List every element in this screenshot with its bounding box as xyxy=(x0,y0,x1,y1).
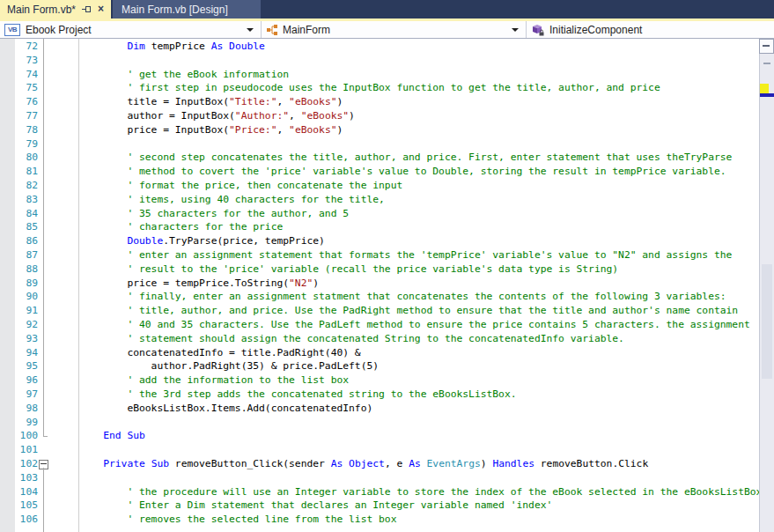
code-line[interactable]: 85 ' characters for the price xyxy=(0,220,759,234)
line-number: 89 xyxy=(0,277,38,291)
code-text[interactable]: author = InputBox("Author:", "eBooks") xyxy=(38,109,355,123)
code-text[interactable] xyxy=(38,54,79,68)
code-line[interactable]: 97 ' the 3rd step adds the concatenated … xyxy=(0,388,759,402)
code-text[interactable]: ' finally, enter an assignment statment … xyxy=(38,290,726,304)
code-line[interactable]: 96 ' add the information to the list box xyxy=(0,373,759,388)
code-text[interactable] xyxy=(38,137,79,151)
code-line[interactable]: 81 ' method to covert the 'price' variab… xyxy=(0,165,759,179)
code-text[interactable]: ' add the information to the list box xyxy=(38,373,349,388)
navigation-bar: VB Ebook Project MainForm Ini xyxy=(0,21,774,39)
code-text[interactable]: eBooksListBox.Items.Add(concatenatedInfo… xyxy=(38,402,372,416)
code-text[interactable]: Private Sub removeButton_Click(sender As… xyxy=(38,457,648,471)
document-tab-strip: Main Form.vb* × Main Form.vb [Design] xyxy=(0,0,774,18)
code-text[interactable]: ' Enter a Dim statement that declares an… xyxy=(38,499,552,513)
code-text[interactable]: ' format the price, then concatenate the… xyxy=(38,179,402,193)
code-text[interactable]: ' second step concatenates the title, au… xyxy=(38,151,732,165)
code-line[interactable]: 94 concatenatedInfo = title.PadRight(40)… xyxy=(0,346,759,360)
code-text[interactable]: Dim tempPrice As Double xyxy=(38,40,265,54)
code-line[interactable]: 90 ' finally, enter an assignment statme… xyxy=(0,290,759,304)
code-text[interactable]: ' get the eBook information xyxy=(38,68,289,82)
line-number: 86 xyxy=(0,234,38,248)
line-number: 102 xyxy=(0,457,38,471)
vertical-scrollbar[interactable] xyxy=(759,39,774,532)
code-line[interactable]: 74 ' get the eBook information xyxy=(0,68,759,82)
code-text[interactable]: Double.TryParse(price, tempPrice) xyxy=(38,234,325,248)
code-line[interactable]: 99 xyxy=(0,416,759,430)
code-text[interactable]: End Sub xyxy=(38,429,145,443)
code-text[interactable]: ' removes the selected line from the lis… xyxy=(38,513,396,527)
code-line[interactable]: 75 ' first step in pseudocode uses the I… xyxy=(0,81,759,95)
line-number: 95 xyxy=(0,359,38,373)
code-line[interactable]: 88 ' result to the 'price' variable (rec… xyxy=(0,262,759,277)
code-line[interactable]: 79 xyxy=(0,137,759,151)
code-line[interactable]: 100 End Sub xyxy=(0,429,759,443)
line-number: 94 xyxy=(0,346,38,360)
code-line[interactable]: 92 ' 40 and 35 characters. Use the PadLe… xyxy=(0,318,759,332)
scroll-up-icon[interactable] xyxy=(763,63,770,64)
code-text[interactable]: author.PadRight(35) & price.PadLeft(5) xyxy=(38,359,379,373)
code-line[interactable]: 72 Dim tempPrice As Double xyxy=(0,40,759,54)
code-editor[interactable]: 72 Dim tempPrice As Double7374 ' get the… xyxy=(0,39,774,532)
scrollbar-thumb[interactable] xyxy=(762,264,772,379)
close-icon[interactable]: × xyxy=(98,4,104,14)
tab-main-form-vb[interactable]: Main Form.vb* × xyxy=(0,0,111,18)
code-line[interactable]: 98 eBooksListBox.Items.Add(concatenatedI… xyxy=(0,402,759,416)
tab-main-form-vb-design[interactable]: Main Form.vb [Design] xyxy=(113,0,261,18)
code-text[interactable] xyxy=(38,443,79,457)
code-line[interactable]: 84 ' 35 characters for the author, and 5 xyxy=(0,207,759,221)
code-line[interactable]: 83 ' items, using 40 characters for the … xyxy=(0,193,759,207)
scrollbar-splitter-handle[interactable] xyxy=(759,39,774,54)
tab-label: Main Form.vb [Design] xyxy=(122,4,228,16)
code-line[interactable]: 105 ' Enter a Dim statement that declare… xyxy=(0,499,759,513)
code-text[interactable]: price = InputBox("Price:", "eBooks") xyxy=(38,123,343,137)
project-dropdown[interactable]: VB Ebook Project xyxy=(0,21,261,38)
code-text[interactable]: ' 35 characters for the author, and 5 xyxy=(38,207,349,221)
code-line[interactable]: 106 ' removes the selected line from the… xyxy=(0,513,759,527)
code-line[interactable]: 78 price = InputBox("Price:", "eBooks") xyxy=(0,123,759,137)
code-text[interactable]: ' title, author, and price. Use the PadR… xyxy=(38,304,738,318)
code-line[interactable]: 93 ' statement should assign the concate… xyxy=(0,332,759,346)
class-icon xyxy=(267,25,278,35)
code-line[interactable]: 80 ' second step concatenates the title,… xyxy=(0,151,759,165)
line-number: 104 xyxy=(0,485,38,499)
code-text[interactable]: ' 40 and 35 characters. Use the PadLeft … xyxy=(38,318,750,332)
code-text[interactable]: ' characters for the price xyxy=(38,220,283,234)
code-line[interactable]: 91 ' title, author, and price. Use the P… xyxy=(0,304,759,318)
code-text[interactable]: concatenatedInfo = title.PadRight(40) & xyxy=(38,346,361,360)
modified-lines-marker xyxy=(760,84,769,93)
code-text[interactable]: ' method to covert the 'price' variable'… xyxy=(38,165,726,179)
code-line[interactable]: 86 Double.TryParse(price, tempPrice) xyxy=(0,234,759,248)
project-dropdown-label: Ebook Project xyxy=(26,24,92,36)
code-line[interactable]: 87 ' enter an assignment statement that … xyxy=(0,248,759,262)
line-number: 91 xyxy=(0,304,38,318)
code-text[interactable] xyxy=(38,416,79,430)
code-line[interactable]: 103 xyxy=(0,471,759,485)
code-text[interactable]: title = InputBox("Title:", "eBooks") xyxy=(38,95,343,109)
code-line[interactable]: 76 title = InputBox("Title:", "eBooks") xyxy=(0,95,759,109)
code-text[interactable]: price = tempPrice.ToString("N2") xyxy=(38,277,319,291)
code-text[interactable]: ' first step in pseudocode uses the Inpu… xyxy=(38,81,660,95)
code-line[interactable]: 89 price = tempPrice.ToString("N2") xyxy=(0,277,759,291)
member-dropdown[interactable]: InitializeComponent xyxy=(527,21,774,38)
code-text[interactable]: ' items, using 40 characters for the tit… xyxy=(38,193,385,207)
code-line[interactable]: 73 xyxy=(0,54,759,68)
line-number: 93 xyxy=(0,332,38,346)
code-line[interactable]: 104 ' the procedure will use an Integer … xyxy=(0,485,759,499)
code-line[interactable]: 102 Private Sub removeButton_Click(sende… xyxy=(0,457,759,471)
code-text[interactable]: ' result to the 'price' variable (recall… xyxy=(38,262,618,277)
code-lines[interactable]: 72 Dim tempPrice As Double7374 ' get the… xyxy=(0,40,759,527)
code-text[interactable]: ' enter an assignment statement that for… xyxy=(38,248,732,262)
pin-icon[interactable] xyxy=(82,4,92,14)
code-text[interactable]: ' the 3rd step adds the concatenated str… xyxy=(38,388,517,402)
code-text[interactable] xyxy=(38,471,79,485)
line-number: 90 xyxy=(0,290,38,304)
type-dropdown[interactable]: MainForm xyxy=(262,21,526,38)
code-line[interactable]: 82 ' format the price, then concatenate … xyxy=(0,179,759,193)
code-text[interactable]: ' statement should assign the concatenat… xyxy=(38,332,624,346)
code-line[interactable]: 101 xyxy=(0,443,759,457)
code-line[interactable]: 77 author = InputBox("Author:", "eBooks"… xyxy=(0,109,759,123)
code-line[interactable]: 95 author.PadRight(35) & price.PadLeft(5… xyxy=(0,359,759,373)
line-number: 82 xyxy=(0,179,38,193)
code-text[interactable]: ' the procedure will use an Integer vari… xyxy=(38,485,759,499)
line-number: 103 xyxy=(0,471,38,485)
